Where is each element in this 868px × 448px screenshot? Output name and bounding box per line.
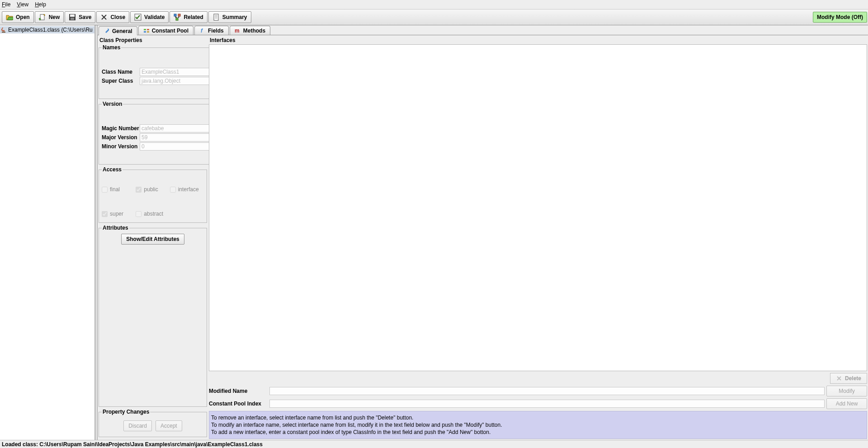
hint-line-3: To add a new interface, enter a constant… [211,429,865,436]
property-changes-legend: Property Changes [102,409,150,415]
attributes-legend: Attributes [102,225,129,231]
modify-interface-button: Modify [826,386,867,396]
svg-rect-3 [70,14,75,17]
open-button[interactable]: Open [2,11,34,23]
add-new-interface-button: Add New [826,398,867,409]
summary-icon [212,14,220,21]
cp-index-field[interactable] [269,400,825,408]
interfaces-title: Interfaces [210,37,867,43]
menu-file[interactable]: FFileile [2,1,10,8]
hint-line-2: To modify an interface name, select inte… [211,421,865,429]
status-text: Loaded class: C:\Users\Rupam Saini\IdeaP… [2,441,263,448]
interfaces-list[interactable] [209,44,867,371]
interfaces-hint: To remove an interface, select interface… [209,411,867,439]
discard-button: Discard [123,420,152,431]
file-tree[interactable]: ExampleClass1.class (C:\Users\Ru [0,25,95,440]
major-field[interactable] [140,133,211,141]
hint-line-1: To remove an interface, select interface… [211,414,865,421]
tab-fields[interactable]: f Fields [194,26,229,35]
abstract-checkbox[interactable]: abstract [136,211,170,217]
pool-icon [143,28,150,34]
tab-general[interactable]: General [99,26,137,35]
related-button[interactable]: Related [170,11,207,23]
summary-button[interactable]: Summary [208,11,251,23]
svg-rect-12 [147,29,149,30]
main: ExampleClass1.class (C:\Users\Ru General… [0,25,868,440]
super-checkbox[interactable]: super [102,211,136,217]
svg-rect-4 [71,18,74,20]
svg-rect-11 [144,29,146,30]
field-icon: f [199,28,206,34]
svg-rect-14 [147,31,149,33]
close-button[interactable]: Close [96,11,129,23]
svg-rect-8 [176,18,178,20]
super-class-field[interactable] [140,77,211,85]
svg-text:m: m [235,28,240,34]
svg-rect-0 [40,14,44,20]
toolbar: Open New Save Close Validate Related Sum… [0,9,868,25]
minor-field[interactable] [140,142,211,151]
new-icon [39,14,46,21]
tabstrip: General Constant Pool f Fields m Methods [98,25,868,35]
svg-rect-7 [178,14,180,16]
menubar: FFileile ViewView HelpHelp [0,0,868,9]
tab-methods[interactable]: m Methods [230,26,270,35]
svg-text:f: f [201,28,203,34]
class-properties-title: Class Properties [99,37,207,43]
class-name-field[interactable] [140,68,211,76]
super-class-label: Super Class [102,78,140,84]
modified-name-field[interactable] [269,387,825,395]
wrench-icon [104,28,110,34]
attributes-group: Attributes Show/Edit Attributes [99,225,207,407]
access-group: Access final public interface super abst… [99,166,207,223]
minor-label: Minor Version [102,143,140,150]
names-group: Names Class Name Super Class [99,44,214,99]
method-icon: m [235,28,241,34]
cp-index-label: Constant Pool Index [209,401,268,407]
delete-icon [836,375,842,382]
public-checkbox[interactable]: public [136,186,170,193]
modified-name-label: Modified Name [209,388,268,394]
status-bar: Loaded class: C:\Users\Rupam Saini\IdeaP… [0,440,868,448]
svg-rect-13 [144,31,146,33]
tree-root-item[interactable]: ExampleClass1.class (C:\Users\Ru [0,26,94,33]
save-button[interactable]: Save [65,11,95,23]
version-group: Version Magic Number Major Version Minor… [99,101,214,165]
major-label: Major Version [102,134,140,141]
svg-rect-9 [214,14,218,20]
class-file-icon [1,27,7,33]
validate-icon [134,14,142,21]
validate-button[interactable]: Validate [130,11,169,23]
interface-checkbox[interactable]: interface [170,186,204,193]
new-button[interactable]: New [35,11,64,23]
magic-label: Magic Number [102,125,140,132]
tree-root-label: ExampleClass1.class (C:\Users\Ru [8,27,93,33]
modify-mode-button[interactable]: Modify Mode (Off) [813,12,867,23]
names-legend: Names [102,44,121,51]
menu-help[interactable]: HelpHelp [35,1,46,8]
class-name-label: Class Name [102,69,140,75]
version-legend: Version [102,101,123,107]
svg-rect-6 [174,14,176,16]
magic-field[interactable] [140,124,211,132]
access-legend: Access [102,166,123,173]
tab-constant-pool[interactable]: Constant Pool [138,26,193,35]
property-changes-group: Property Changes Discard Accept [99,409,207,437]
save-icon [69,14,76,21]
final-checkbox[interactable]: final [102,186,136,193]
delete-interface-button: Delete [830,373,867,384]
related-icon [174,14,181,21]
svg-rect-10 [2,32,5,33]
show-edit-attributes-button[interactable]: Show/Edit Attributes [121,234,184,245]
accept-button: Accept [156,420,182,431]
menu-view[interactable]: ViewView [17,1,28,8]
close-icon [100,14,108,21]
open-icon [6,14,13,21]
